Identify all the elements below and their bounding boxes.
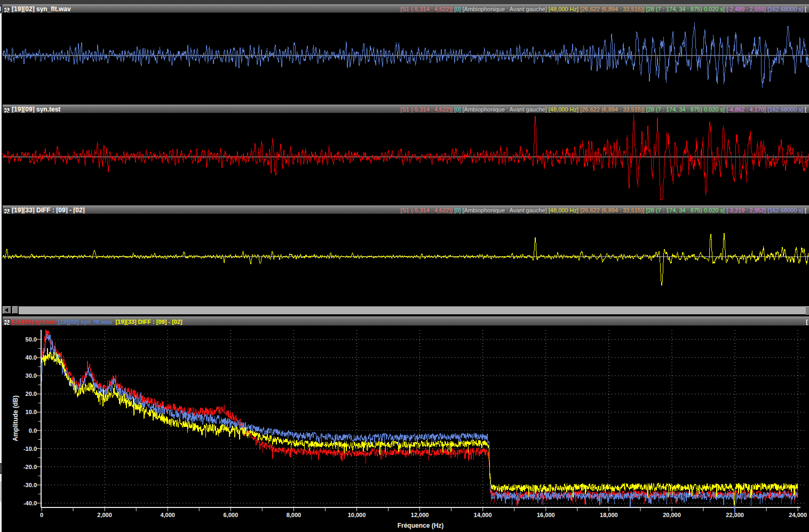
svg-text:16,000: 16,000	[537, 512, 555, 518]
svg-text:Amplitude (dB): Amplitude (dB)	[12, 395, 19, 441]
svg-text:10,000: 10,000	[348, 512, 366, 518]
svg-text:-10.0: -10.0	[23, 446, 37, 452]
svg-text:-20.0: -20.0	[23, 464, 37, 470]
svg-text:14,000: 14,000	[474, 512, 492, 518]
svg-text:0.0: 0.0	[29, 427, 37, 434]
svg-text:24,000: 24,000	[789, 512, 807, 518]
svg-text:30.0: 30.0	[26, 372, 37, 379]
svg-text:2,000: 2,000	[97, 512, 112, 518]
svg-text:40.0: 40.0	[26, 354, 37, 361]
svg-text:6,000: 6,000	[224, 512, 239, 518]
svg-text:-30.0: -30.0	[23, 482, 37, 488]
svg-text:0: 0	[40, 512, 43, 518]
svg-text:12,000: 12,000	[411, 512, 429, 518]
svg-text:20.0: 20.0	[26, 391, 37, 397]
svg-text:50.0: 50.0	[26, 336, 37, 343]
svg-text:Fréquence (Hz): Fréquence (Hz)	[398, 522, 444, 529]
svg-text:10.0: 10.0	[26, 409, 37, 415]
svg-text:4,000: 4,000	[160, 512, 175, 518]
svg-text:8,000: 8,000	[287, 512, 302, 518]
svg-text:-40.0: -40.0	[23, 500, 37, 506]
svg-text:18,000: 18,000	[600, 512, 618, 518]
svg-text:20,000: 20,000	[663, 512, 681, 518]
